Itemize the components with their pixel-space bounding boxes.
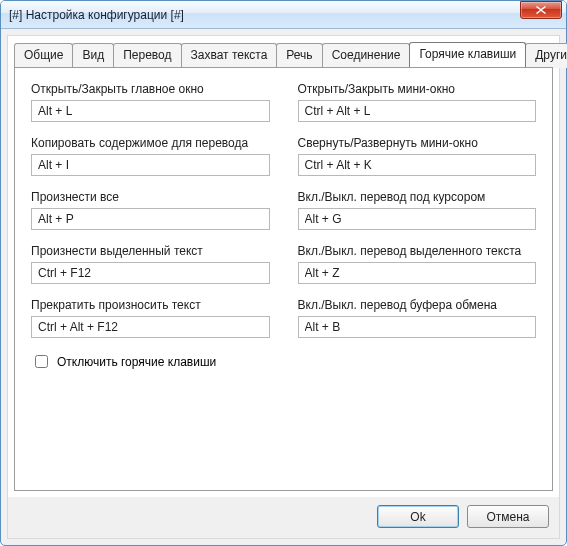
label-toggle-mini: Свернуть/Развернуть мини-окно xyxy=(298,136,537,150)
ok-button[interactable]: Ok xyxy=(377,505,459,528)
field-open-main: Открыть/Закрыть главное окно xyxy=(31,82,270,122)
tab-general[interactable]: Общие xyxy=(14,43,73,68)
label-cursor-translate: Вкл./Выкл. перевод под курсором xyxy=(298,190,537,204)
tab-label: Другие xyxy=(535,48,567,62)
disable-hotkeys-checkbox[interactable] xyxy=(35,355,48,368)
tab-label: Перевод xyxy=(123,48,171,62)
field-open-mini: Открыть/Закрыть мини-окно xyxy=(298,82,537,122)
dialog-buttons: Ok Отмена xyxy=(8,497,559,538)
input-open-mini[interactable] xyxy=(298,100,537,122)
tab-other[interactable]: Другие xyxy=(525,43,567,68)
cancel-label: Отмена xyxy=(486,510,529,524)
label-clipboard-translate: Вкл./Выкл. перевод буфера обмена xyxy=(298,298,537,312)
field-copy-translate: Копировать содержимое для перевода xyxy=(31,136,270,176)
ok-label: Ok xyxy=(410,510,425,524)
input-open-main[interactable] xyxy=(31,100,270,122)
input-cursor-translate[interactable] xyxy=(298,208,537,230)
tab-connection[interactable]: Соединение xyxy=(322,43,411,68)
tab-label: Захват текста xyxy=(191,48,268,62)
label-open-main: Открыть/Закрыть главное окно xyxy=(31,82,270,96)
tab-translate[interactable]: Перевод xyxy=(113,43,181,68)
tabs-bar: Общие Вид Перевод Захват текста Речь Сое… xyxy=(8,36,559,67)
disable-hotkeys-row: Отключить горячие клавиши xyxy=(31,352,536,371)
tab-label: Речь xyxy=(286,48,312,62)
label-selection-translate: Вкл./Выкл. перевод выделенного текста xyxy=(298,244,537,258)
tab-label: Горячие клавиши xyxy=(419,47,516,61)
input-speak-selection[interactable] xyxy=(31,262,270,284)
input-speak-all[interactable] xyxy=(31,208,270,230)
tab-panel-hotkeys: Открыть/Закрыть главное окно Открыть/Зак… xyxy=(14,67,553,491)
tab-label: Соединение xyxy=(332,48,401,62)
tab-label: Общие xyxy=(24,48,63,62)
input-clipboard-translate[interactable] xyxy=(298,316,537,338)
hotkeys-grid: Открыть/Закрыть главное окно Открыть/Зак… xyxy=(31,82,536,346)
window-title: [#] Настройка конфигурации [#] xyxy=(9,8,520,22)
field-speak-selection: Произнести выделенный текст xyxy=(31,244,270,284)
tab-capture[interactable]: Захват текста xyxy=(181,43,278,68)
field-speak-all: Произнести все xyxy=(31,190,270,230)
cancel-button[interactable]: Отмена xyxy=(467,505,549,528)
input-stop-speak[interactable] xyxy=(31,316,270,338)
input-copy-translate[interactable] xyxy=(31,154,270,176)
disable-hotkeys-label: Отключить горячие клавиши xyxy=(57,355,216,369)
close-button[interactable] xyxy=(520,1,562,19)
input-toggle-mini[interactable] xyxy=(298,154,537,176)
tab-hotkeys[interactable]: Горячие клавиши xyxy=(409,42,526,67)
close-icon xyxy=(536,6,546,14)
label-speak-selection: Произнести выделенный текст xyxy=(31,244,270,258)
titlebar: [#] Настройка конфигурации [#] xyxy=(1,1,566,29)
tab-view[interactable]: Вид xyxy=(72,43,114,68)
label-speak-all: Произнести все xyxy=(31,190,270,204)
dialog-window: [#] Настройка конфигурации [#] Общие Вид… xyxy=(0,0,567,546)
client-area: Общие Вид Перевод Захват текста Речь Сое… xyxy=(7,35,560,539)
label-copy-translate: Копировать содержимое для перевода xyxy=(31,136,270,150)
label-stop-speak: Прекратить произносить текст xyxy=(31,298,270,312)
field-stop-speak: Прекратить произносить текст xyxy=(31,298,270,338)
input-selection-translate[interactable] xyxy=(298,262,537,284)
label-open-mini: Открыть/Закрыть мини-окно xyxy=(298,82,537,96)
field-toggle-mini: Свернуть/Развернуть мини-окно xyxy=(298,136,537,176)
tab-speech[interactable]: Речь xyxy=(276,43,322,68)
field-selection-translate: Вкл./Выкл. перевод выделенного текста xyxy=(298,244,537,284)
tab-label: Вид xyxy=(82,48,104,62)
field-clipboard-translate: Вкл./Выкл. перевод буфера обмена xyxy=(298,298,537,338)
field-cursor-translate: Вкл./Выкл. перевод под курсором xyxy=(298,190,537,230)
